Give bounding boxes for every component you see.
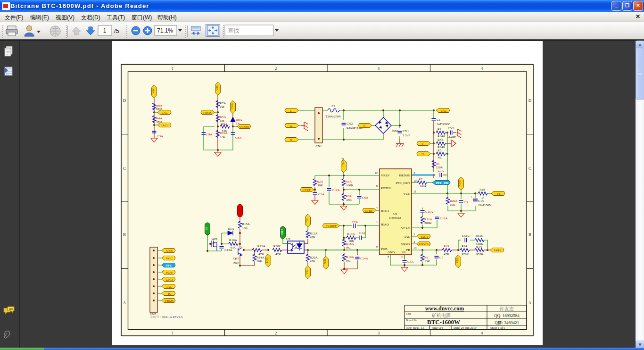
svg-text:C51C: C51C bbox=[462, 234, 470, 238]
svg-text:VC: VC bbox=[305, 270, 308, 274]
svg-text:R9A: R9A bbox=[221, 122, 227, 126]
svg-text:B: B bbox=[123, 232, 126, 237]
svg-text:GND: GND bbox=[165, 278, 173, 282]
svg-text:C13: C13 bbox=[478, 199, 484, 203]
svg-text:ISENSE: ISENSE bbox=[399, 174, 410, 177]
svg-text:IAC1: IAC1 bbox=[421, 235, 428, 239]
svg-text:VPFC: VPFC bbox=[494, 249, 502, 252]
svg-text:CY3: CY3 bbox=[448, 126, 454, 130]
svg-text:R17A: R17A bbox=[347, 232, 355, 236]
svg-text:VAC: VAC bbox=[215, 85, 218, 91]
svg-text:R2A: R2A bbox=[317, 180, 323, 183]
svg-text:SS: SS bbox=[205, 227, 208, 230]
svg-text:BTC-1600W: BTC-1600W bbox=[427, 318, 460, 325]
svg-text:CTRT: CTRT bbox=[364, 209, 373, 213]
svg-text:R55: R55 bbox=[438, 138, 443, 142]
svg-text:C9A: C9A bbox=[206, 133, 212, 136]
svg-text:PGB: PGB bbox=[323, 259, 326, 265]
svg-text:47K: 47K bbox=[230, 246, 236, 250]
svg-text:9: 9 bbox=[376, 245, 378, 248]
svg-text:R13: R13 bbox=[476, 245, 482, 249]
svg-text:Q06: Q06 bbox=[212, 237, 218, 241]
svg-text:43K: 43K bbox=[346, 198, 352, 202]
svg-text:PGB: PGB bbox=[166, 271, 173, 275]
svg-text:F1: F1 bbox=[331, 104, 335, 108]
svg-text:Size: A4: Size: A4 bbox=[432, 326, 443, 329]
svg-text:R6: R6 bbox=[424, 256, 429, 259]
svg-text:R7A: R7A bbox=[220, 101, 226, 105]
svg-text:R3A: R3A bbox=[346, 180, 352, 183]
svg-text:VREF: VREF bbox=[381, 174, 389, 177]
svg-text:IAC: IAC bbox=[405, 235, 410, 239]
svg-text:VC: VC bbox=[496, 192, 501, 196]
svg-text:D: D bbox=[123, 98, 126, 103]
svg-text:A: A bbox=[123, 300, 126, 305]
svg-text:/5: /5 bbox=[114, 27, 119, 34]
svg-text:PFC_OUT: PFC_OUT bbox=[396, 181, 411, 185]
svg-text:C: C bbox=[123, 166, 126, 171]
svg-text:R38C: R38C bbox=[273, 244, 281, 248]
svg-text:H1P: H1P bbox=[233, 261, 239, 265]
svg-text:47K: 47K bbox=[220, 135, 225, 139]
svg-text:47K: 47K bbox=[258, 252, 264, 256]
svg-text:VRMS1: VRMS1 bbox=[419, 242, 430, 246]
svg-text:PFC_DR: PFC_DR bbox=[436, 181, 449, 185]
svg-text:3: 3 bbox=[378, 66, 380, 71]
svg-text:D: D bbox=[528, 98, 532, 103]
svg-text:39K: 39K bbox=[317, 183, 323, 187]
svg-text:U6: U6 bbox=[393, 212, 397, 216]
svg-text:VRMS: VRMS bbox=[165, 299, 174, 303]
svg-text:12: 12 bbox=[375, 171, 378, 175]
svg-text:PFC: PFC bbox=[165, 264, 172, 267]
svg-text:CTRT: CTRT bbox=[302, 188, 311, 192]
svg-text:1: 1 bbox=[103, 27, 107, 34]
svg-text:NC: NC bbox=[346, 259, 351, 263]
svg-text:C7: C7 bbox=[439, 256, 444, 259]
svg-text:VC: VC bbox=[305, 218, 308, 222]
svg-text:VCC: VCC bbox=[231, 103, 233, 109]
svg-text:SS: SS bbox=[402, 250, 405, 254]
svg-text:R040: R040 bbox=[438, 134, 445, 138]
svg-text:CM6502: CM6502 bbox=[389, 216, 401, 220]
svg-text:71.1%: 71.1% bbox=[157, 27, 173, 34]
svg-text:VFB: VFB bbox=[456, 258, 459, 263]
svg-text:POB: POB bbox=[381, 247, 388, 251]
svg-text:2: 2 bbox=[413, 233, 415, 236]
svg-text:POTHL: POTHL bbox=[381, 186, 392, 190]
svg-text:R20A: R20A bbox=[310, 256, 318, 259]
svg-text:5: 5 bbox=[401, 255, 403, 258]
svg-text:47K: 47K bbox=[310, 259, 315, 263]
svg-text:R8A: R8A bbox=[346, 194, 352, 198]
svg-text:11: 11 bbox=[413, 190, 416, 193]
svg-text:R15A: R15A bbox=[242, 222, 250, 226]
svg-text:CN1: CN1 bbox=[315, 144, 322, 148]
svg-text:IAC: IAC bbox=[162, 111, 168, 115]
svg-text:U3: U3 bbox=[286, 237, 290, 241]
svg-text:R18A: R18A bbox=[346, 242, 354, 246]
svg-text:47K: 47K bbox=[310, 235, 315, 239]
svg-text:VEAO: VEAO bbox=[401, 226, 410, 230]
svg-text:D1A: D1A bbox=[228, 227, 234, 231]
svg-text:VCC: VCC bbox=[459, 180, 462, 186]
svg-text:10: 10 bbox=[413, 179, 417, 182]
svg-text:C8A: C8A bbox=[235, 136, 241, 140]
svg-text:C2A: C2A bbox=[352, 220, 358, 224]
svg-text:2.2nF: 2.2nF bbox=[448, 135, 456, 139]
svg-text:R1: R1 bbox=[438, 127, 442, 131]
svg-text:VAC: VAC bbox=[440, 109, 447, 113]
svg-text:7VSREF: 7VSREF bbox=[326, 224, 337, 227]
svg-text:R14A: R14A bbox=[256, 256, 264, 259]
svg-text:D8A: D8A bbox=[236, 118, 242, 122]
svg-text:100R: 100R bbox=[420, 184, 427, 188]
svg-text:C4A: C4A bbox=[407, 260, 413, 264]
svg-text:A: A bbox=[528, 300, 532, 305]
svg-text:2: 2 bbox=[275, 331, 277, 335]
svg-text:10K: 10K bbox=[450, 203, 455, 207]
svg-text:1: 1 bbox=[172, 331, 174, 335]
svg-text:C3: C3 bbox=[464, 200, 468, 204]
svg-text:T20A/250V: T20A/250V bbox=[325, 115, 341, 118]
svg-text:R19: R19 bbox=[444, 244, 449, 248]
svg-text:VCC: VCC bbox=[166, 257, 173, 260]
svg-text:Title: Title bbox=[406, 312, 411, 315]
svg-text:VCC: VCC bbox=[404, 192, 411, 196]
